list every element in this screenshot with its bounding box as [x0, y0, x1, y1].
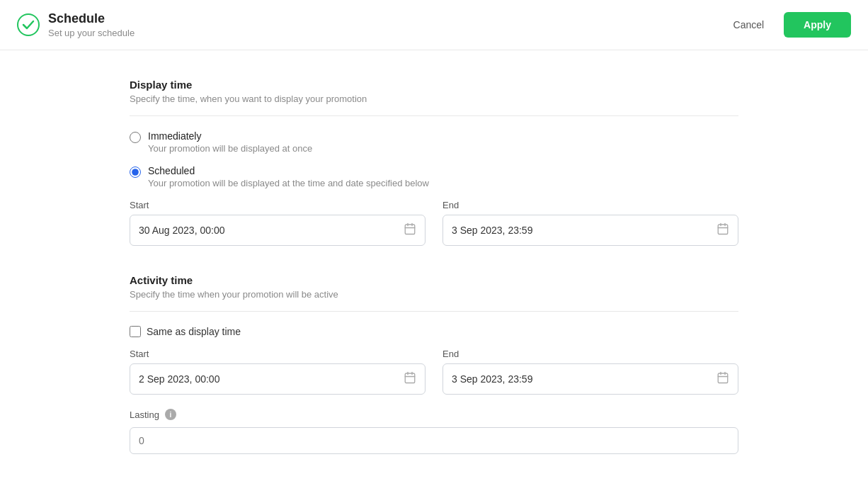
display-start-input[interactable]: 30 Aug 2023, 00:00: [130, 215, 426, 246]
activity-time-date-row: Start 2 Sep 2023, 00:00 End: [130, 349, 738, 395]
radio-scheduled[interactable]: [130, 166, 141, 178]
activity-end-input[interactable]: 3 Sep 2023, 23:59: [442, 363, 738, 395]
activity-start-field: Start 2 Sep 2023, 00:00: [130, 349, 426, 395]
cancel-button[interactable]: Cancel: [722, 13, 776, 36]
radio-scheduled-label: Scheduled: [148, 165, 429, 176]
radio-immediately-label: Immediately: [148, 130, 312, 142]
display-time-section: Display time Specify the time, when you …: [130, 79, 738, 246]
activity-end-value: 3 Sep 2023, 23:59: [452, 373, 716, 385]
lasting-section: Lasting i: [130, 409, 738, 454]
display-end-value: 3 Sep 2023, 23:59: [452, 225, 716, 236]
display-time-date-row: Start 30 Aug 2023, 00:00 End: [130, 200, 738, 246]
svg-point-0: [18, 14, 39, 35]
activity-end-field: End 3 Sep 2023, 23:59: [442, 349, 738, 395]
activity-start-input[interactable]: 2 Sep 2023, 00:00: [130, 363, 426, 395]
activity-end-calendar-icon: [716, 371, 729, 387]
display-end-label: End: [442, 200, 738, 210]
header-left: Schedule Set up your schedule: [17, 11, 135, 38]
radio-immediately-sublabel: Your promotion will be displayed at once: [148, 143, 312, 154]
svg-rect-9: [405, 373, 415, 383]
header-actions: Cancel Apply: [722, 12, 851, 38]
apply-button[interactable]: Apply: [784, 12, 851, 38]
display-end-field: End 3 Sep 2023, 23:59: [442, 200, 738, 246]
activity-time-desc: Specify the time when your promotion wil…: [130, 289, 738, 300]
radio-scheduled-text: Scheduled Your promotion will be display…: [148, 165, 429, 188]
page-subtitle: Set up your schedule: [48, 28, 135, 38]
activity-start-label: Start: [130, 349, 426, 359]
header: Schedule Set up your schedule Cancel App…: [0, 0, 868, 50]
lasting-info-icon[interactable]: i: [165, 409, 176, 420]
display-end-calendar-icon: [716, 222, 729, 238]
display-start-field: Start 30 Aug 2023, 00:00: [130, 200, 426, 246]
lasting-label-row: Lasting i: [130, 409, 738, 420]
svg-rect-1: [405, 225, 415, 234]
radio-immediately[interactable]: [130, 132, 141, 143]
header-title-group: Schedule Set up your schedule: [48, 11, 135, 38]
display-time-divider: [130, 115, 738, 116]
radio-immediately-text: Immediately Your promotion will be displ…: [148, 130, 312, 154]
main-content: Display time Specify the time, when you …: [115, 50, 753, 503]
page-title: Schedule: [48, 11, 135, 26]
lasting-label: Lasting: [130, 409, 159, 420]
check-circle-icon: [17, 13, 40, 36]
display-time-desc: Specify the time, when you want to displ…: [130, 94, 738, 104]
radio-scheduled-option: Scheduled Your promotion will be display…: [130, 165, 738, 188]
display-time-title: Display time: [130, 79, 738, 91]
same-as-display-checkbox[interactable]: [130, 326, 141, 337]
svg-rect-5: [718, 225, 728, 234]
display-start-calendar-icon: [404, 222, 416, 238]
same-as-display-row: Same as display time: [130, 326, 738, 337]
activity-start-value: 2 Sep 2023, 00:00: [139, 373, 404, 385]
activity-time-title: Activity time: [130, 274, 738, 286]
display-start-value: 30 Aug 2023, 00:00: [139, 225, 404, 236]
display-start-label: Start: [130, 200, 426, 210]
same-as-display-label[interactable]: Same as display time: [147, 326, 241, 337]
activity-time-section: Activity time Specify the time when your…: [130, 274, 738, 454]
activity-end-label: End: [442, 349, 738, 359]
svg-rect-13: [718, 373, 728, 383]
radio-immediately-option: Immediately Your promotion will be displ…: [130, 130, 738, 154]
display-end-input[interactable]: 3 Sep 2023, 23:59: [442, 215, 738, 246]
activity-time-divider: [130, 311, 738, 312]
activity-start-calendar-icon: [404, 371, 416, 387]
radio-scheduled-sublabel: Your promotion will be displayed at the …: [148, 178, 429, 188]
lasting-input[interactable]: [130, 427, 738, 454]
